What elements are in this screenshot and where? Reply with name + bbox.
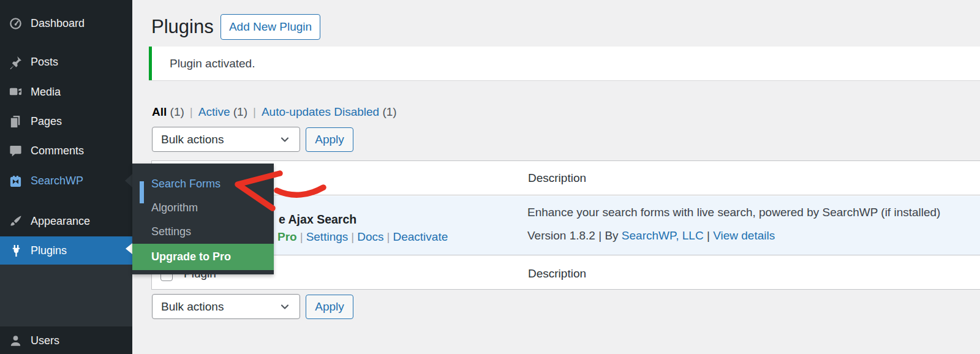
description-column-header: Description [528, 267, 586, 281]
filter-auto-updates-disabled[interactable]: Auto-updates Disabled (1) [262, 105, 397, 119]
notice-text: Plugin activated. [170, 57, 255, 70]
plugin-activated-notice: Plugin activated. [149, 47, 980, 80]
plugins-submenu: Installed Plugins Add New Plugin [0, 265, 132, 326]
wordpress-admin-screen: Plugins Add New Plugin Plugin activated.… [0, 0, 980, 354]
bulk-actions-selected-value: Bulk actions [161, 133, 224, 146]
bulk-actions-selected-value: Bulk actions [161, 300, 224, 314]
sidebar-item-plugins[interactable]: Plugins [0, 241, 132, 260]
flyout-item-upgrade-to-pro[interactable]: Upgrade to Pro [132, 244, 274, 270]
paintbrush-icon [9, 214, 23, 228]
settings-link[interactable]: Settings [306, 230, 349, 243]
table-header-bottom: Plugin Description [152, 255, 980, 290]
searchwp-icon [9, 174, 23, 188]
apply-button[interactable]: Apply [306, 295, 353, 319]
plugin-name: e Ajax Search [279, 213, 356, 227]
chevron-down-icon [279, 301, 291, 313]
bulk-actions-select[interactable]: Bulk actions [152, 127, 300, 152]
page-title: Plugins [151, 16, 214, 38]
filter-separator: | [190, 105, 193, 119]
author-link[interactable]: SearchWP, LLC [622, 229, 704, 242]
sidebar-item-dashboard[interactable]: Dashboard [0, 13, 132, 33]
filter-all[interactable]: All (1) [152, 105, 184, 119]
plugin-status-filters: All (1) | Active (1) | Auto-updates Disa… [152, 105, 397, 119]
searchwp-flyout-arrow [125, 174, 132, 187]
flyout-item-search-forms[interactable]: Search Forms [132, 172, 274, 196]
pages-icon [9, 115, 23, 129]
sidebar-item-searchwp[interactable]: SearchWP [0, 171, 132, 190]
filter-separator: | [253, 105, 256, 119]
pro-link[interactable]: Pro [277, 230, 297, 243]
plugin-description: Enhance your search forms with live sear… [527, 206, 940, 219]
pushpin-icon [9, 55, 23, 69]
sidebar-item-plugins-active-bg: Plugins [0, 236, 132, 265]
plugin-row-searchwp-live-ajax-search: e Ajax Search Pro|Settings|Docs|Deactiva… [152, 196, 980, 255]
plugin-version-line: Version 1.8.2 | By SearchWP, LLC | View … [527, 229, 775, 243]
flyout-item-settings[interactable]: Settings [132, 220, 274, 244]
bulk-actions-select[interactable]: Bulk actions [152, 294, 300, 319]
dashboard-icon [9, 17, 23, 31]
table-header-top: Plugin Description [152, 161, 980, 195]
sidebar-item-posts[interactable]: Posts [0, 52, 132, 72]
sidebar-item-pages[interactable]: Pages [0, 111, 132, 131]
sidebar-item-appearance[interactable]: Appearance [0, 211, 132, 231]
plugins-table: Plugin Description e Ajax Search Pro|Set… [151, 160, 980, 290]
sidebar-item-comments[interactable]: Comments [0, 141, 132, 160]
add-new-plugin-button[interactable]: Add New Plugin [221, 14, 320, 40]
plugin-row-actions: Pro|Settings|Docs|Deactivate [277, 230, 448, 244]
flyout-item-algorithm[interactable]: Algorithm [132, 196, 274, 220]
users-icon [9, 334, 23, 348]
filter-active[interactable]: Active (1) [198, 105, 247, 119]
plugins-active-arrow [126, 243, 132, 254]
comments-icon [9, 144, 23, 158]
admin-sidebar: Dashboard Posts Media Pages Comments Sea… [0, 0, 132, 354]
plug-icon [9, 244, 23, 258]
description-column-header: Description [528, 171, 586, 185]
docs-link[interactable]: Docs [357, 230, 383, 243]
apply-button[interactable]: Apply [306, 127, 353, 152]
chevron-down-icon [279, 134, 291, 146]
searchwp-flyout-menu: Search Forms Algorithm Settings Upgrade … [132, 164, 274, 274]
deactivate-link[interactable]: Deactivate [393, 230, 448, 243]
sidebar-item-media[interactable]: Media [0, 82, 132, 102]
sidebar-item-users[interactable]: Users [0, 331, 132, 350]
view-details-link[interactable]: View details [713, 229, 775, 242]
media-icon [9, 85, 23, 99]
